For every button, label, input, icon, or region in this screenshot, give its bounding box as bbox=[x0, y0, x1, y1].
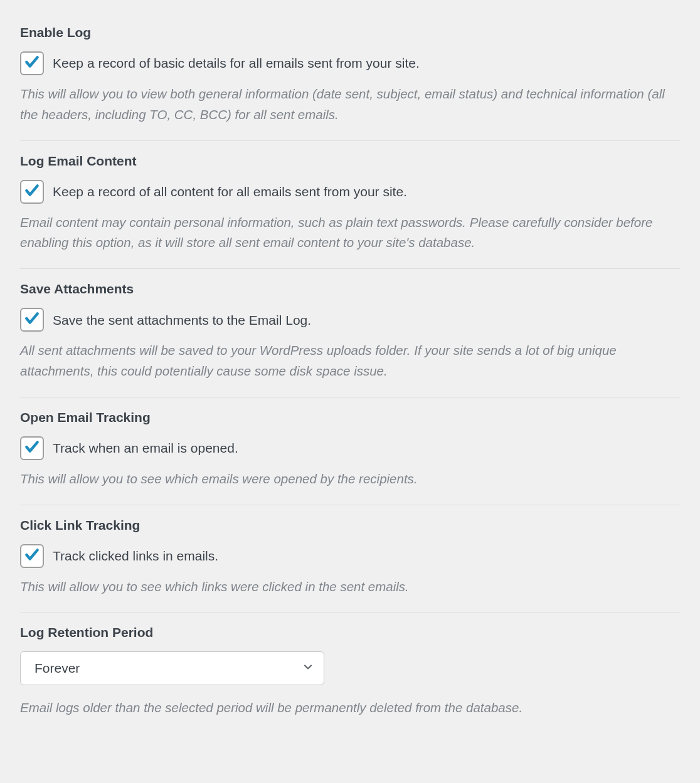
enable-log-checkbox[interactable] bbox=[20, 51, 44, 75]
open-email-tracking-checkbox[interactable] bbox=[20, 436, 44, 460]
click-link-tracking-checkbox[interactable] bbox=[20, 544, 44, 568]
section-log-retention-period: Log Retention Period Forever Email logs … bbox=[20, 612, 680, 733]
log-retention-select[interactable]: Forever bbox=[20, 651, 324, 685]
section-enable-log: Enable Log Keep a record of basic detail… bbox=[20, 13, 680, 141]
checkbox-label: Track when an email is opened. bbox=[53, 439, 238, 456]
checkbox-label: Keep a record of all content for all ema… bbox=[53, 183, 407, 200]
checkbox-row: Save the sent attachments to the Email L… bbox=[20, 308, 680, 332]
checkbox-label: Save the sent attachments to the Email L… bbox=[53, 312, 311, 328]
checkbox-row: Track clicked links in emails. bbox=[20, 544, 680, 568]
section-title: Save Attachments bbox=[20, 281, 680, 297]
section-title: Enable Log bbox=[20, 25, 680, 40]
checkmark-icon bbox=[24, 439, 40, 458]
checkmark-icon bbox=[24, 310, 40, 329]
section-click-link-tracking: Click Link Tracking Track clicked links … bbox=[20, 505, 680, 613]
checkmark-icon bbox=[24, 182, 40, 201]
checkbox-label: Keep a record of basic details for all e… bbox=[53, 55, 420, 71]
section-title: Click Link Tracking bbox=[20, 518, 680, 533]
section-description: This will allow you to see which emails … bbox=[20, 469, 680, 490]
checkbox-row: Track when an email is opened. bbox=[20, 436, 680, 460]
checkmark-icon bbox=[24, 54, 40, 73]
section-description: This will allow you to view both general… bbox=[20, 84, 680, 125]
checkbox-row: Keep a record of basic details for all e… bbox=[20, 51, 680, 75]
section-description: All sent attachments will be saved to yo… bbox=[20, 340, 680, 382]
section-description: This will allow you to see which links w… bbox=[20, 577, 680, 597]
checkbox-row: Keep a record of all content for all ema… bbox=[20, 180, 680, 204]
section-description: Email logs older than the selected perio… bbox=[20, 698, 680, 718]
section-title: Open Email Tracking bbox=[20, 410, 680, 425]
section-log-email-content: Log Email Content Keep a record of all c… bbox=[20, 141, 680, 270]
checkmark-icon bbox=[24, 547, 40, 565]
log-email-content-checkbox[interactable] bbox=[20, 180, 44, 204]
section-title: Log Retention Period bbox=[20, 625, 680, 640]
checkbox-label: Track clicked links in emails. bbox=[53, 547, 218, 564]
save-attachments-checkbox[interactable] bbox=[20, 308, 44, 332]
select-value: Forever bbox=[34, 661, 80, 676]
section-open-email-tracking: Open Email Tracking Track when an email … bbox=[20, 397, 680, 505]
section-title: Log Email Content bbox=[20, 154, 680, 169]
section-description: Email content may contain personal infor… bbox=[20, 213, 680, 254]
section-save-attachments: Save Attachments Save the sent attachmen… bbox=[20, 269, 680, 397]
select-wrapper: Forever bbox=[20, 651, 324, 685]
